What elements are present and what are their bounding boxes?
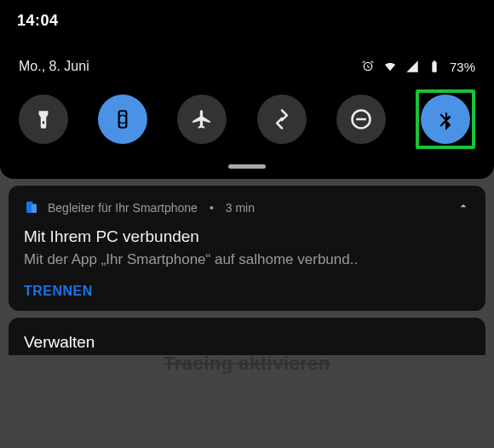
background-app-text: Tracing aktivieren (0, 353, 494, 375)
clock: 14:04 (17, 12, 477, 30)
status-icons: 73% (361, 60, 475, 74)
phone-rotate-icon (112, 108, 134, 130)
notification-app-name: Begleiter für Ihr Smartphone (48, 201, 198, 215)
collapse-toggle[interactable] (457, 199, 470, 215)
flashlight-tile[interactable] (19, 95, 68, 144)
bluetooth-tile[interactable] (421, 95, 470, 144)
quick-settings-panel: Mo., 8. Juni 73% (0, 37, 494, 179)
wifi-icon (383, 60, 397, 73)
manage-notifications[interactable]: Verwalten (9, 318, 485, 355)
airplane-icon (191, 108, 213, 130)
notification-title: Mit Ihrem PC verbunden (24, 227, 470, 246)
do-not-disturb-tile[interactable] (336, 95, 386, 144)
svg-rect-4 (32, 204, 37, 213)
notification-card[interactable]: Begleiter für Ihr Smartphone • 3 min Mit… (9, 186, 485, 311)
svg-rect-0 (119, 111, 127, 128)
flashlight-icon (32, 108, 55, 130)
separator: • (210, 201, 214, 215)
bluetooth-highlight (416, 89, 475, 149)
phone-link-icon (24, 200, 39, 215)
notification-header: Begleiter für Ihr Smartphone • 3 min (24, 199, 470, 215)
bluetooth-icon (434, 108, 457, 130)
quick-settings-header: Mo., 8. Juni 73% (17, 43, 477, 86)
disconnect-button[interactable]: TRENNEN (24, 284, 470, 299)
sync-icon (270, 107, 294, 131)
battery-icon (428, 60, 441, 73)
chevron-up-icon (457, 199, 470, 213)
airplane-mode-tile[interactable] (177, 95, 227, 144)
screen-rotation-tile[interactable] (98, 95, 147, 144)
signal-icon (405, 60, 419, 73)
battery-pct: 73% (450, 60, 475, 74)
notification-body: Mit der App „Ihr Smartphone“ auf salhome… (24, 251, 470, 268)
alarm-icon (361, 60, 375, 73)
sync-tile[interactable] (257, 95, 307, 144)
status-bar: 14:04 (0, 0, 494, 37)
notification-age: 3 min (226, 201, 255, 215)
panel-handle[interactable] (228, 164, 266, 169)
manage-label: Verwalten (24, 333, 95, 351)
date-label: Mo., 8. Juni (19, 59, 89, 74)
quick-settings-tiles (17, 86, 477, 154)
do-not-disturb-icon (349, 107, 373, 131)
